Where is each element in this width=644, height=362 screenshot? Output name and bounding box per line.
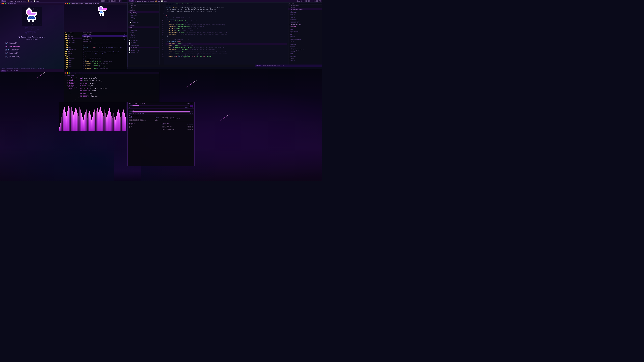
explorer-hardware[interactable]: ▸ hardware <box>128 30 159 31</box>
qb-menu-newtab[interactable]: [t] [New tab] <box>5 52 58 55</box>
outline-nixpkgs-patches[interactable]: patches <box>288 56 322 57</box>
file-item-readme[interactable]: README.org <box>82 40 127 42</box>
explorer-pkgs[interactable]: ▸ pkgs <box>128 33 159 35</box>
sidebar-item-wm[interactable]: 📁 wm <box>64 67 82 69</box>
min-dot[interactable] <box>3 3 4 4</box>
outline-outputs[interactable]: ▾ outputs <box>288 6 322 8</box>
sidebar-item-style[interactable]: 📁 style <box>64 65 82 67</box>
sidebar-item-pkgs[interactable]: 📁 pkgs <box>64 61 82 63</box>
outline-description[interactable]: ▸ description <box>288 5 322 6</box>
explorer-hardensh[interactable]: 📄 harden.sh <box>128 48 159 50</box>
explorer-installsh[interactable]: 📄 install.sh <box>128 52 159 53</box>
explorer-readme3[interactable]: 📄 README.org <box>128 43 159 45</box>
outline-hostname[interactable]: hostname <box>288 12 322 13</box>
explorer-work[interactable]: ▸ work <box>128 16 159 18</box>
explorer-installorg[interactable]: 📄 install.org <box>128 50 159 52</box>
sidebar-item-system[interactable]: 📁 system <box>64 50 82 52</box>
outline-timezone[interactable]: timezone <box>288 15 322 17</box>
explorer-shell[interactable]: ▸ shell <box>128 35 159 36</box>
outline-nixpkgs-name[interactable]: name <box>288 52 322 54</box>
outline-nixpkgs-system[interactable]: system <box>288 51 322 52</box>
outline-bootmode[interactable]: bootMode <box>288 18 322 20</box>
neo-min-dot[interactable] <box>67 72 68 73</box>
sidebar-item-shell[interactable]: 📁 shell <box>64 63 82 65</box>
outline-pkgs-system[interactable]: system <box>288 59 322 61</box>
qb-menu-bookmarks[interactable]: [b] [Quickmarks] <box>5 45 58 48</box>
outline-usersettings[interactable]: ▾ ⊕ userSettings <box>288 24 322 25</box>
outline-grubdevice[interactable]: grubDevice <box>288 22 322 24</box>
outline-profile[interactable]: profile <box>288 13 322 15</box>
sidebar-item-work[interactable]: 📁 work <box>64 43 82 45</box>
outline-fontpkg[interactable]: fontPkg <box>288 44 322 45</box>
explorer-patches[interactable]: ▸ patches <box>128 10 159 11</box>
explorer-outputs[interactable]: ▸ outputs <box>128 8 159 10</box>
explorer-profiles[interactable]: ▾ profiles <box>128 11 159 13</box>
sidebar-item-personal[interactable]: 📁 personal <box>64 41 82 43</box>
max-dot[interactable] <box>5 3 6 4</box>
sidebar-item-app[interactable]: 📁 app <box>64 56 82 58</box>
outline-bootmountpath[interactable]: bootMountPath <box>288 20 322 22</box>
explorer-worklab[interactable]: ▸ worklab <box>128 18 159 20</box>
sidebar-item-worklab[interactable]: 📁 worklab <box>64 45 82 47</box>
sidebar-item-git[interactable]: 📁 .git <box>64 34 82 36</box>
outline-nixpkgs[interactable]: ▾ ⊕ nixpkgs-patched <box>288 49 322 51</box>
outline-wm[interactable]: wm <box>288 34 322 35</box>
explorer-wm[interactable]: ▸ wm <box>128 38 159 40</box>
explorer-user[interactable]: ▾ user <box>128 26 159 28</box>
explorer-app[interactable]: ▸ app <box>128 28 159 30</box>
outline-locale[interactable]: locale <box>288 17 322 18</box>
explorer-flakenix[interactable]: 📄 flake.nix <box>128 46 159 48</box>
outline-term[interactable]: term <box>288 40 322 42</box>
outline-pkgs[interactable]: ▾ pkgs <box>288 57 322 59</box>
outline-font[interactable]: font <box>288 42 322 44</box>
explorer-root[interactable]: ▾ .dotfiles <box>128 5 159 6</box>
file-item-flakenix[interactable]: flake.nix2.26 K <box>82 35 127 37</box>
outline-defaultroamdir[interactable]: defaultRoamDir <box>288 39 322 40</box>
outline-email[interactable]: email <box>288 29 322 30</box>
neo-max-dot[interactable] <box>68 72 70 73</box>
explorer-readme1[interactable]: 📄 README.org <box>128 21 159 23</box>
qb-menu-history[interactable]: [$ h] [History] <box>5 48 58 52</box>
sidebar-item-wsl[interactable]: 📁 wsl <box>64 47 82 49</box>
fm-min-dot[interactable] <box>67 3 68 4</box>
explorer-personal[interactable]: ▸ personal <box>128 15 159 16</box>
file-item-installorg[interactable]: install.org <box>82 37 127 39</box>
close-dot[interactable] <box>2 3 3 4</box>
explorer-license[interactable]: 📄 LICENSE <box>128 41 159 43</box>
explorer-homelab[interactable]: ▸ home lab <box>128 13 159 15</box>
explorer-git[interactable]: ▸ .git <box>128 6 159 8</box>
outline-dotfilesdir[interactable]: dotfilesDir <box>288 30 322 32</box>
outline-wmtype[interactable]: wmType <box>288 35 322 37</box>
sidebar-item-readme[interactable]: 📄 README.org <box>64 49 82 50</box>
explorer-readme2[interactable]: 📄 README.org <box>128 40 159 41</box>
explorer-lang[interactable]: ▸ lang <box>128 31 159 33</box>
file-item-license[interactable]: LICENSE34.2 K <box>82 39 127 40</box>
sidebar-item-hardware[interactable]: 📁 hardware <box>64 58 82 60</box>
explorer-system[interactable]: ▸ system <box>128 23 159 25</box>
fm-close-dot[interactable] <box>65 3 66 4</box>
outline-systemsettings[interactable]: ▾ ⊕ systemSettings <box>288 8 322 10</box>
outline-username[interactable]: username <box>288 25 322 27</box>
qb-menu-close[interactable]: [x] [Close tab] <box>5 55 58 58</box>
sidebar-item-user[interactable]: 📁 user <box>64 54 82 56</box>
explorer-desktop-png[interactable]: 🖼 desktop.png <box>128 45 159 46</box>
outline-name[interactable]: name <box>288 27 322 29</box>
neo-close-dot[interactable] <box>65 72 66 73</box>
outline-system[interactable]: system <box>288 10 322 12</box>
outline-theme[interactable]: theme <box>288 32 322 34</box>
sidebar-item-homelab[interactable]: 📁 home lab <box>64 39 82 41</box>
sidebar-item-dotfiles[interactable]: 📁 .dotfiles <box>64 32 82 34</box>
explorer-wsl[interactable]: ▸ wsl <box>128 20 159 21</box>
sidebar-item-readme2[interactable]: 📄 README.org <box>64 69 82 69</box>
explorer-themes[interactable]: ▸ themes <box>128 25 159 26</box>
fm-max-dot[interactable] <box>68 3 70 4</box>
sidebar-item-patches[interactable]: 📁 patches <box>64 36 82 37</box>
outline-browser[interactable]: browser <box>288 37 322 39</box>
file-item-tempsettings[interactable]: Temp-Settings <box>82 32 127 34</box>
sidebar-item-lang[interactable]: 📁 lang <box>64 60 82 61</box>
qb-menu-search[interactable]: [o] [Search] <box>5 42 58 45</box>
outline-spawneditor[interactable]: spawnEditor <box>288 47 322 49</box>
outline-editor[interactable]: editor <box>288 45 322 47</box>
sidebar-item-profiles[interactable]: 📁 profiles <box>64 37 82 39</box>
sidebar-item-themes[interactable]: 📁 themes <box>64 52 82 54</box>
